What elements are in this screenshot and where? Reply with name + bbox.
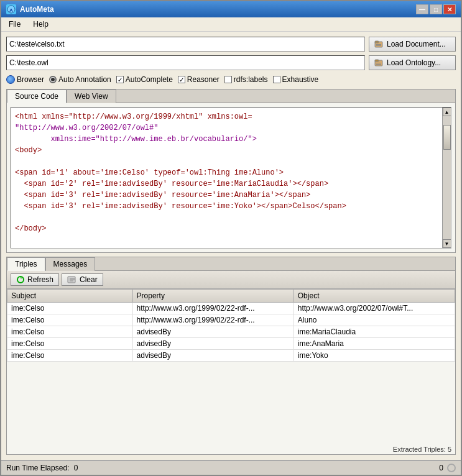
scrollbar-track: ▲ ▼ [442,108,451,248]
table-row: ime:Celsohttp://www.w3.org/1999/02/22-rd… [7,314,455,326]
minimize-button[interactable]: — [416,4,428,14]
cell-property: http://www.w3.org/1999/02/22-rdf-... [132,314,293,326]
table-row: ime:CelsoadvisedByime:MariaClaudia [7,326,455,338]
cell-object: ime:MariaClaudia [293,326,455,338]
auto-annotation-radio-button[interactable] [49,76,57,83]
menu-bar: File Help [1,17,461,32]
autocomplete-check[interactable]: ✓ AutoComplete [116,75,173,84]
tab-messages[interactable]: Messages [45,257,96,271]
load-document-button[interactable]: Load Document... [369,37,456,52]
cell-subject: ime:Celso [7,314,133,326]
table-row: ime:CelsoadvisedByime:AnaMaria [7,338,455,350]
app-icon: A [6,4,16,14]
close-button[interactable]: ✕ [443,4,456,14]
load-ontology-icon [374,58,384,67]
source-tab-panel: Source Code Web View <html xmlns="http:/… [6,89,456,253]
cell-object: ime:AnaMaria [293,338,455,350]
triples-table: Subject Property Object ime:Celsohttp://… [7,289,455,362]
exhaustive-check[interactable]: Exhaustive [273,75,319,84]
autocomplete-checkbox[interactable]: ✓ [116,76,124,83]
rdfs-labels-check[interactable]: rdfs:labels [224,75,268,84]
auto-annotation-radio[interactable]: Auto Annotation [49,75,111,84]
cell-subject: ime:Celso [7,350,133,362]
svg-rect-7 [375,60,379,62]
source-tab-header: Source Code Web View [7,89,455,103]
source-code-area: <html xmlns="http://www.w3.org/1999/xhtm… [7,103,455,252]
cell-subject: ime:Celso [7,326,133,338]
exhaustive-checkbox[interactable] [273,76,280,83]
main-content: Load Document... Load Ontology... Browse… [1,32,461,460]
toolbar: Browser Auto Annotation ✓ AutoComplete ✓… [6,74,456,85]
svg-rect-5 [376,45,381,46]
scrollbar-up-arrow[interactable]: ▲ [443,108,451,116]
cell-subject: ime:Celso [7,338,133,350]
cell-property: advisedBy [132,338,293,350]
col-header-property: Property [132,290,293,303]
cell-object: Aluno [293,314,455,326]
triples-toolbar: Refresh Clear [7,271,455,289]
code-container: <html xmlns="http://www.w3.org/1999/xhtm… [11,107,451,249]
cell-property: advisedBy [132,326,293,338]
rdfs-labels-checkbox[interactable] [224,76,232,83]
triples-table-container: Subject Property Object ime:Celsohttp://… [7,289,455,444]
refresh-icon [16,275,25,284]
triples-panel: Triples Messages Refresh [6,257,456,455]
cell-object: http://www.w3.org/2002/07/owl#T... [293,303,455,314]
tab-source-code[interactable]: Source Code [7,89,67,103]
svg-rect-4 [376,44,381,45]
triples-tab-header: Triples Messages [7,257,455,271]
reasoner-check[interactable]: ✓ Reasoner [178,75,219,84]
table-row: ime:Celsohttp://www.w3.org/1999/02/22-rd… [7,303,455,314]
title-bar: A AutoMeta — □ ✕ [1,1,461,17]
code-content[interactable]: <html xmlns="http://www.w3.org/1999/xhtm… [11,108,442,248]
col-header-object: Object [293,290,455,303]
ontology-row: Load Ontology... [6,55,456,70]
svg-text:A: A [9,7,13,13]
browser-radio[interactable]: Browser [6,75,44,84]
menu-help[interactable]: Help [30,19,51,30]
clear-icon [67,275,77,284]
tab-web-view[interactable]: Web View [67,89,116,103]
refresh-button[interactable]: Refresh [11,273,59,286]
extracted-triples-bar: Extracted Triples: 5 [7,444,455,454]
menu-file[interactable]: File [6,19,23,30]
svg-rect-8 [376,63,381,63]
reasoner-checkbox[interactable]: ✓ [178,76,185,83]
table-row: ime:CelsoadvisedByime:Yoko [7,350,455,362]
window-title: AutoMeta [20,5,54,14]
status-bar: Run Time Elapsed: 0 0 [1,460,461,475]
cell-property: advisedBy [132,350,293,362]
scrollbar-down-arrow[interactable]: ▼ [443,239,451,248]
load-ontology-button[interactable]: Load Ontology... [369,55,456,70]
cell-subject: ime:Celso [7,303,133,314]
scrollbar-thumb[interactable] [443,125,451,150]
main-window: A AutoMeta — □ ✕ File Help [0,0,462,476]
spinner-icon [447,464,456,472]
load-document-icon [374,40,384,48]
cell-object: ime:Yoko [293,350,455,362]
maximize-button[interactable]: □ [430,4,442,14]
svg-rect-3 [375,41,379,43]
globe-icon [6,75,15,84]
runtime-label-group: Run Time Elapsed: 0 [6,464,78,472]
cell-property: http://www.w3.org/1999/02/22-rdf-... [132,303,293,314]
document-row: Load Document... [6,37,456,52]
ontology-path-input[interactable] [6,55,365,70]
col-header-subject: Subject [7,290,133,303]
tab-triples[interactable]: Triples [7,257,45,271]
document-path-input[interactable] [6,37,365,52]
svg-rect-9 [376,64,381,65]
clear-button[interactable]: Clear [62,273,103,286]
